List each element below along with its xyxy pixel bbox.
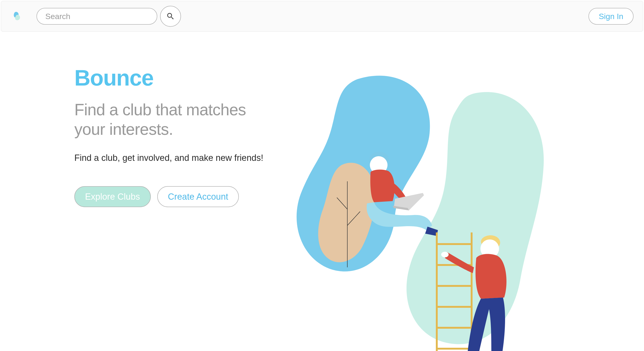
svg-point-13 [441, 252, 448, 257]
search-icon [166, 12, 175, 21]
bounce-logo-icon[interactable] [10, 10, 22, 22]
search-input[interactable] [36, 8, 157, 25]
create-account-label: Create Account [168, 192, 228, 202]
hero-description: Find a club, get involved, and make new … [74, 153, 279, 163]
explore-clubs-label: Explore Clubs [85, 192, 140, 202]
header: Sign In [1, 1, 643, 32]
create-account-button[interactable]: Create Account [157, 186, 239, 207]
brand-title: Bounce [74, 65, 279, 91]
explore-clubs-button[interactable]: Explore Clubs [74, 186, 151, 207]
hero-text-section: Bounce Find a club that matches your int… [74, 65, 279, 351]
main-content: Bounce Find a club that matches your int… [0, 33, 644, 351]
cta-row: Explore Clubs Create Account [74, 186, 279, 207]
hero-headline: Find a club that matches your interests. [74, 100, 279, 139]
search-button[interactable] [160, 6, 181, 27]
signin-button[interactable]: Sign In [588, 8, 634, 25]
hero-illustration [293, 65, 570, 351]
signin-label: Sign In [599, 12, 623, 21]
search-container [36, 6, 181, 27]
